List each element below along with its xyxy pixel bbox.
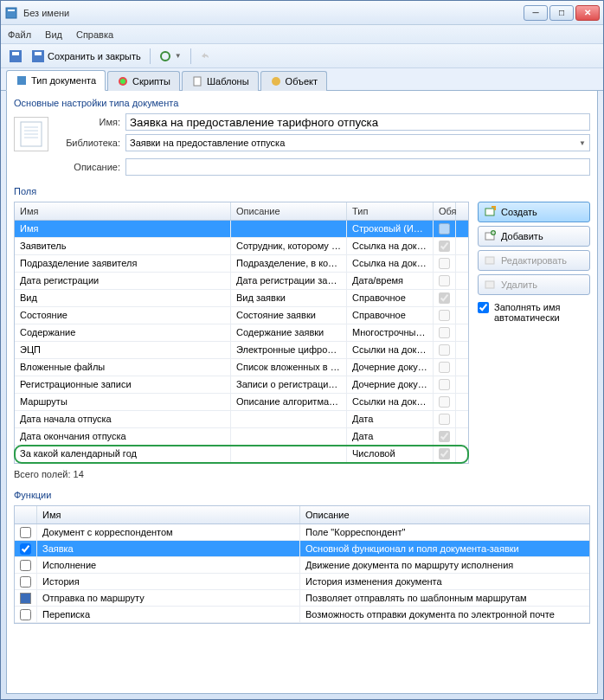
req-checkbox[interactable] [439,241,450,252]
func-checkbox[interactable] [20,593,31,604]
svg-rect-1 [8,10,15,11]
menu-file[interactable]: Файл [8,29,31,40]
field-row[interactable]: Дата регистрацииДата регистрации заявкиД… [15,273,468,290]
close-button[interactable]: ✕ [575,5,600,21]
grid-header: Имя Описание Тип Обя [15,202,468,221]
tab-icon [270,75,282,87]
fields-title: Поля [14,186,590,196]
menu-help[interactable]: Справка [76,29,113,40]
func-col-desc[interactable]: Описание [300,506,589,523]
name-label: Имя: [55,117,120,127]
autofill-checkbox[interactable] [478,302,489,313]
create-button[interactable]: Создать [478,202,590,222]
req-checkbox[interactable] [439,258,450,269]
undo-button[interactable] [196,48,215,64]
func-checkbox[interactable] [20,527,31,538]
functions-title: Функции [14,490,590,500]
menu-view[interactable]: Вид [45,29,62,40]
svg-point-9 [120,79,125,84]
tab-2[interactable]: Шаблоны [182,71,259,91]
function-row[interactable]: ИсторияИстория изменения документа [15,574,589,590]
maximize-button[interactable]: □ [549,5,574,21]
function-row[interactable]: ПерепискаВозможность отправки документа … [15,607,589,623]
req-checkbox[interactable] [439,396,450,408]
refresh-button[interactable]: ▼ [156,48,185,64]
function-row[interactable]: ИсполнениеДвижение документа по маршруту… [15,557,589,574]
save-close-icon [32,50,44,62]
field-row[interactable]: Подразделение заявителяПодразделение, в … [15,255,468,273]
field-row[interactable]: Вложенные файлыСписок вложенных в до...Д… [15,359,468,376]
svg-rect-3 [12,52,19,55]
func-checkbox[interactable] [20,576,31,588]
function-row[interactable]: ЗаявкаОсновной функционал и поля докумен… [15,541,589,557]
add-icon [484,230,496,242]
svg-rect-0 [6,8,16,18]
refresh-icon [159,50,171,62]
field-row[interactable]: СостояниеСостояние заявкиСправочное [15,307,468,324]
autofill-label: Заполнять имя автоматически [494,302,590,323]
function-row[interactable]: Отправка по маршрутуПозволяет отправлять… [15,590,589,607]
edit-icon [484,254,496,267]
field-row[interactable]: СодержаниеСодержание заявкиМногострочный… [15,324,468,342]
function-row[interactable]: Документ с корреспондентомПоле "Корреспо… [15,524,589,541]
toolbar-separator [190,48,191,64]
req-checkbox[interactable] [439,431,450,442]
field-row[interactable]: ЭЦПЭлектронные цифровые...Ссылки на доку… [15,342,468,359]
field-row[interactable]: Регистрационные записиЗаписи о регистрац… [15,376,468,394]
toolbar-separator [150,48,151,64]
svg-rect-10 [194,77,201,86]
tab-3[interactable]: Объект [260,71,327,91]
tab-1[interactable]: Скрипты [107,71,180,91]
library-label: Библиотека: [55,138,120,148]
save-button[interactable] [6,48,25,64]
col-header-req[interactable]: Обя [434,202,456,220]
field-row[interactable]: Дата начала отпускаДата [15,411,468,428]
func-col-name[interactable]: Имя [37,506,300,523]
tab-icon [117,75,129,87]
svg-rect-7 [17,76,26,85]
req-checkbox[interactable] [439,448,450,459]
req-checkbox[interactable] [439,275,450,286]
req-checkbox[interactable] [439,292,450,304]
field-row[interactable]: Дата окончания отпускаДата [15,428,468,446]
side-panel: Создать Добавить Редактировать Удалить З… [478,202,590,479]
toolbar: Сохранить и закрыть ▼ [1,44,603,68]
fields-grid: Имя Описание Тип Обя ИмяСтроковый (Инд..… [14,202,469,464]
create-icon [484,206,496,218]
field-row[interactable]: За какой календарный годЧисловой [15,446,468,463]
req-checkbox[interactable] [439,414,450,425]
field-row[interactable]: ВидВид заявкиСправочное [15,290,468,307]
field-row[interactable]: ЗаявительСотрудник, которому пр...Ссылка… [15,238,468,255]
func-checkbox[interactable] [20,609,31,620]
req-checkbox[interactable] [439,362,450,373]
add-button[interactable]: Добавить [478,226,590,247]
field-row[interactable]: ИмяСтроковый (Инд... [15,221,468,238]
svg-rect-20 [485,257,494,264]
req-checkbox[interactable] [439,327,450,338]
field-row[interactable]: МаршрутыОписание алгоритма дв...Ссылки н… [15,394,468,411]
desc-input[interactable] [125,158,590,176]
func-checkbox[interactable] [20,560,31,571]
col-header-desc[interactable]: Описание [231,202,347,220]
svg-rect-21 [485,281,494,288]
save-close-button[interactable]: Сохранить и закрыть [29,48,145,64]
menubar: Файл Вид Справка [1,25,603,44]
req-checkbox[interactable] [439,344,450,356]
name-input[interactable] [125,113,590,131]
app-icon [4,6,18,20]
col-header-name[interactable]: Имя [15,202,231,220]
library-select[interactable]: Заявки на предоставление отпуска ▼ [125,134,590,151]
fields-total: Всего полей: 14 [14,469,469,479]
minimize-button[interactable]: ─ [524,5,548,21]
undo-icon [200,50,212,62]
tab-0[interactable]: Тип документа [6,70,106,91]
req-checkbox[interactable] [439,379,450,390]
col-header-type[interactable]: Тип [347,202,434,220]
req-checkbox[interactable] [439,310,450,321]
tabbar: Тип документаСкриптыШаблоныОбъект [1,68,603,91]
func-checkbox[interactable] [20,543,31,555]
req-checkbox[interactable] [439,223,450,234]
delete-button[interactable]: Удалить [478,274,590,295]
svg-point-6 [161,52,170,61]
edit-button[interactable]: Редактировать [478,250,590,271]
